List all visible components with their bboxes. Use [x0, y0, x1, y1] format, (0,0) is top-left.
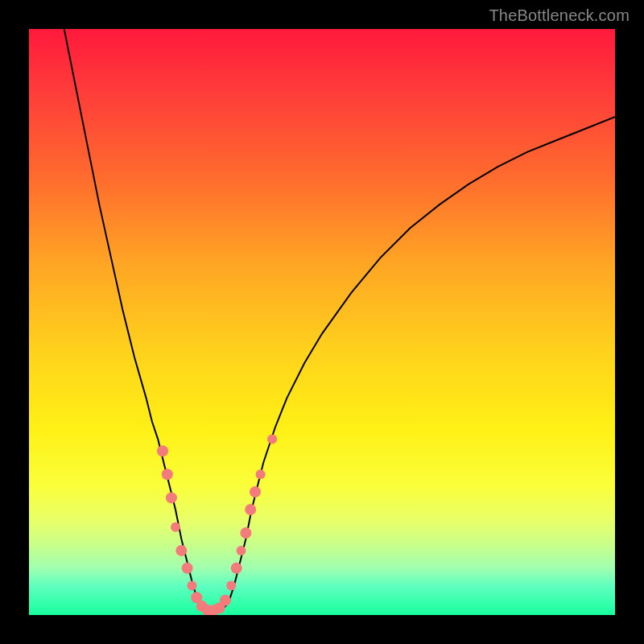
data-point: [187, 581, 196, 591]
chart-frame: TheBottleneck.com: [0, 0, 644, 644]
data-point: [162, 469, 173, 480]
data-point: [171, 522, 180, 532]
plot-area: [29, 29, 615, 615]
data-point: [220, 595, 231, 606]
data-point: [231, 563, 242, 574]
bottleneck-curve: [64, 29, 615, 611]
data-point: [157, 445, 168, 456]
data-point: [175, 545, 187, 556]
chart-svg: [29, 29, 615, 615]
data-point: [237, 546, 246, 555]
scatter-dots: [157, 435, 277, 615]
data-point: [256, 469, 266, 479]
watermark-text: TheBottleneck.com: [489, 6, 630, 25]
data-point: [226, 581, 236, 591]
data-point: [240, 527, 251, 539]
data-point: [250, 486, 261, 497]
data-point: [245, 504, 256, 515]
data-point: [182, 563, 193, 574]
data-point: [267, 435, 277, 444]
data-point: [166, 492, 177, 503]
